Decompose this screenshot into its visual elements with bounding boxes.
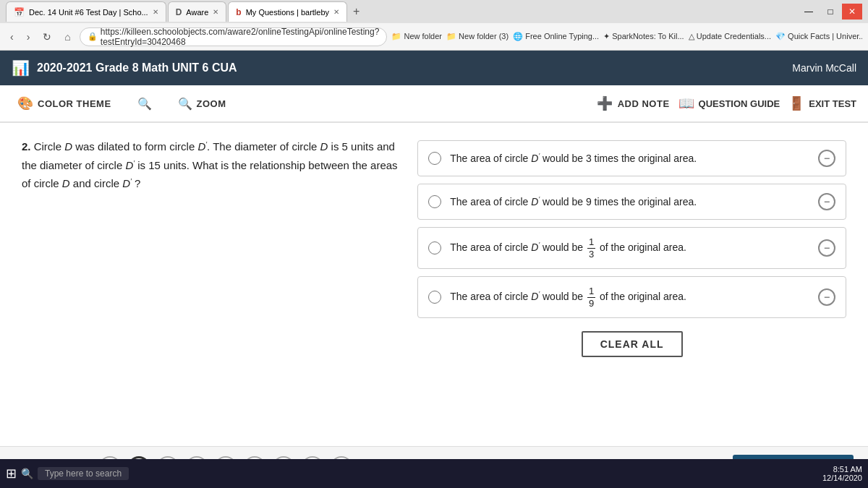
clock-time: 8:51 AM bbox=[822, 465, 862, 474]
question-guide-button[interactable]: 📖 QUESTION GUIDE bbox=[678, 95, 780, 111]
tab-favicon-3: b bbox=[236, 7, 241, 17]
tab-label-1: Dec. 14 Unit #6 Test Day | Scho... bbox=[29, 8, 148, 17]
lock-icon: 🔒 bbox=[88, 32, 98, 41]
tab-close-1[interactable]: ✕ bbox=[153, 8, 158, 16]
search-button[interactable]: 🔍 bbox=[21, 468, 33, 479]
refresh-button[interactable]: ↻ bbox=[38, 30, 56, 44]
clear-all-area: CLEAR ALL bbox=[417, 331, 846, 357]
eliminate-btn-a[interactable]: − bbox=[818, 150, 835, 167]
tab-3[interactable]: b My Questions | bartleby ✕ bbox=[228, 1, 347, 22]
tab-close-3[interactable]: ✕ bbox=[333, 8, 339, 16]
close-button[interactable]: ✕ bbox=[842, 4, 862, 20]
tab-close-2[interactable]: ✕ bbox=[213, 8, 218, 16]
question-guide-icon: 📖 bbox=[678, 95, 694, 111]
exit-icon: 🚪 bbox=[788, 95, 804, 111]
answer-text-c: The area of circle D′ would be 1 3 of th… bbox=[450, 236, 809, 260]
exit-test-label: EXIT TEST bbox=[809, 98, 856, 109]
app-header: 📊 2020-2021 Grade 8 Math UNIT 6 CUA Marv… bbox=[0, 51, 868, 85]
home-button[interactable]: ⌂ bbox=[60, 30, 75, 44]
app-logo: 📊 bbox=[12, 59, 30, 77]
main-content: 2. Circle D was dilated to form circle D… bbox=[0, 123, 868, 446]
bookmark-quick[interactable]: 💎 Quick Facts | Univer... bbox=[775, 32, 862, 41]
bookmark-update[interactable]: △ Update Credentials... bbox=[689, 32, 771, 41]
answer-text-d: The area of circle D′ would be 1 9 of th… bbox=[450, 286, 809, 309]
radio-c[interactable] bbox=[428, 241, 441, 254]
tab-2[interactable]: D Aware ✕ bbox=[168, 1, 227, 22]
answer-area: The area of circle D′ would be 3 times t… bbox=[417, 137, 846, 432]
tab-1[interactable]: 📅 Dec. 14 Unit #6 Test Day | Scho... ✕ bbox=[6, 1, 166, 22]
answer-option-d[interactable]: The area of circle D′ would be 1 9 of th… bbox=[417, 276, 846, 318]
color-theme-button[interactable]: 🎨 COLOR THEME bbox=[12, 93, 117, 114]
add-note-label: ADD NOTE bbox=[618, 98, 670, 109]
eliminate-btn-b[interactable]: − bbox=[818, 193, 835, 210]
answer-text-a: The area of circle D′ would be 3 times t… bbox=[450, 151, 809, 166]
add-note-icon: ➕ bbox=[597, 95, 613, 111]
bookmark-typing[interactable]: 🌐 Free Online Typing... bbox=[513, 32, 599, 41]
user-name: Marvin McCall bbox=[792, 62, 856, 74]
clear-all-button[interactable]: CLEAR ALL bbox=[582, 331, 683, 357]
start-button[interactable]: ⊞ bbox=[6, 466, 17, 481]
url-bar[interactable]: 🔒 https://killeen.schoolobjects.com/awar… bbox=[80, 27, 388, 46]
toolbar: 🎨 COLOR THEME 🔍 🔍 ZOOM ➕ ADD NOTE 📖 QUES… bbox=[0, 85, 868, 123]
answer-text-b: The area of circle D′ would be 9 times t… bbox=[450, 194, 809, 210]
tab-label-3: My Questions | bartleby bbox=[246, 8, 329, 17]
radio-a[interactable] bbox=[428, 152, 441, 165]
minimize-button[interactable]: — bbox=[799, 4, 819, 20]
maximize-button[interactable]: □ bbox=[820, 4, 841, 20]
tab-favicon-1: 📅 bbox=[14, 7, 25, 17]
url-text: https://killeen.schoolobjects.com/aware2… bbox=[101, 27, 380, 47]
answer-option-b[interactable]: The area of circle D′ would be 9 times t… bbox=[417, 184, 846, 220]
add-note-button[interactable]: ➕ ADD NOTE bbox=[597, 95, 669, 111]
question-text: 2. Circle D was dilated to form circle D… bbox=[22, 137, 403, 193]
new-tab-button[interactable]: + bbox=[349, 5, 364, 18]
fraction-d: 1 9 bbox=[587, 286, 595, 309]
zoom-in-button[interactable]: 🔍 ZOOM bbox=[172, 94, 232, 114]
color-theme-label: COLOR THEME bbox=[38, 98, 111, 109]
search-placeholder: Type here to search bbox=[45, 468, 122, 479]
radio-b[interactable] bbox=[428, 195, 441, 208]
search-bar[interactable]: Type here to search bbox=[38, 467, 129, 480]
bookmark-newfolder[interactable]: 📁 New folder bbox=[391, 32, 442, 41]
zoom-in-icon: 🔍 bbox=[178, 97, 192, 111]
exit-test-button[interactable]: 🚪 EXIT TEST bbox=[788, 95, 856, 111]
zoom-label: ZOOM bbox=[197, 98, 226, 109]
zoom-out-button[interactable]: 🔍 bbox=[132, 94, 158, 114]
answer-option-a[interactable]: The area of circle D′ would be 3 times t… bbox=[417, 140, 846, 176]
zoom-out-icon: 🔍 bbox=[137, 97, 152, 111]
back-button[interactable]: ‹ bbox=[6, 30, 18, 44]
forward-button[interactable]: › bbox=[22, 30, 35, 44]
color-theme-icon: 🎨 bbox=[17, 95, 33, 111]
bookmark-spark[interactable]: ✦ SparkNotes: To Kil... bbox=[603, 32, 684, 41]
question-area: 2. Circle D was dilated to form circle D… bbox=[22, 137, 417, 432]
eliminate-btn-c[interactable]: − bbox=[818, 239, 835, 257]
tab-label-2: Aware bbox=[186, 8, 208, 17]
bookmarks-bar: 📁 New folder 📁 New folder (3) 🌐 Free Onl… bbox=[391, 32, 862, 41]
eliminate-btn-d[interactable]: − bbox=[818, 288, 835, 306]
bookmark-newfolder2[interactable]: 📁 New folder (3) bbox=[446, 32, 509, 41]
fraction-c: 1 3 bbox=[587, 236, 595, 260]
answer-option-c[interactable]: The area of circle D′ would be 1 3 of th… bbox=[417, 227, 846, 269]
clock: 8:51 AM 12/14/2020 bbox=[822, 465, 862, 482]
radio-d[interactable] bbox=[428, 291, 441, 304]
tab-favicon-2: D bbox=[176, 7, 182, 17]
taskbar: ⊞ 🔍 Type here to search 8:51 AM 12/14/20… bbox=[0, 459, 868, 488]
question-guide-label: QUESTION GUIDE bbox=[699, 98, 780, 109]
app-title: 2020-2021 Grade 8 Math UNIT 6 CUA bbox=[37, 61, 237, 74]
clock-date: 12/14/2020 bbox=[822, 474, 862, 482]
